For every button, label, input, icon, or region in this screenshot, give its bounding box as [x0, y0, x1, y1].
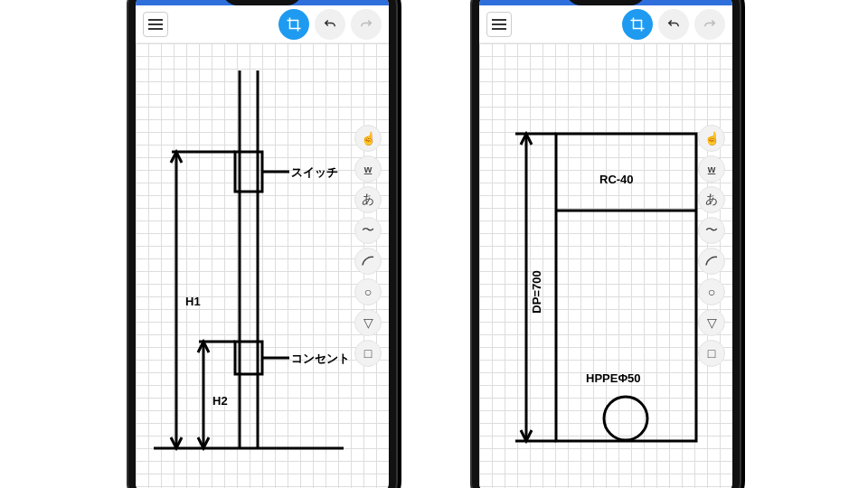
tool-pointer[interactable]: ☝	[698, 125, 725, 152]
label-rc40: RC-40	[599, 173, 634, 186]
arc-icon	[703, 253, 720, 269]
label-outlet: コンセント	[291, 352, 350, 365]
side-tools: ☝ w あ 〜 ○ ▽ □	[354, 125, 385, 488]
arc-icon	[360, 253, 376, 269]
tool-triangle[interactable]: ▽	[354, 309, 382, 336]
canvas-1[interactable]: スイッチ コンセント H1 H2 ☝	[136, 43, 389, 488]
drawing-1: スイッチ コンセント H1 H2	[136, 43, 389, 488]
redo-button[interactable]	[694, 9, 725, 40]
drawing-2: RC-40 DP=700 HPPEΦ50	[479, 43, 732, 488]
side-tools: ☝ w あ 〜 ○ ▽ □	[698, 125, 729, 488]
redo-icon	[702, 16, 718, 33]
menu-button[interactable]	[486, 12, 512, 37]
redo-icon	[358, 16, 374, 33]
phone-2: 9:56 ▣ ⎙ ⬇ … ⋯ ⊕ 95%	[470, 0, 741, 488]
tool-width[interactable]: w	[698, 155, 725, 183]
crop-button[interactable]	[278, 9, 309, 40]
phone-1: 9:56 ▣ ⎙ ⬇ … ⋯ ⊕ 95%	[127, 0, 398, 488]
menu-button[interactable]	[143, 12, 168, 37]
toolbar	[136, 5, 389, 43]
undo-button[interactable]	[315, 9, 345, 40]
notch	[565, 0, 646, 5]
crop-icon	[286, 16, 302, 33]
canvas-2[interactable]: RC-40 DP=700 HPPEΦ50 ☝ w あ 〜	[479, 43, 732, 488]
undo-button[interactable]	[658, 9, 689, 40]
tool-circle[interactable]: ○	[354, 278, 382, 305]
label-dp: DP=700	[530, 270, 543, 313]
screen-2: 9:56 ▣ ⎙ ⬇ … ⋯ ⊕ 95%	[479, 0, 732, 488]
tool-triangle[interactable]: ▽	[698, 309, 725, 336]
toolbar	[479, 5, 732, 43]
tool-wave[interactable]: 〜	[698, 217, 725, 244]
tool-width[interactable]: w	[354, 155, 382, 183]
tool-text[interactable]: あ	[698, 186, 725, 213]
label-h2: H2	[212, 394, 228, 408]
tool-circle[interactable]: ○	[698, 278, 725, 305]
crop-button[interactable]	[622, 9, 653, 40]
undo-icon	[322, 16, 338, 33]
tool-square[interactable]: □	[354, 340, 382, 367]
redo-button[interactable]	[351, 9, 382, 40]
tool-wave[interactable]: 〜	[354, 217, 382, 244]
tool-text[interactable]: あ	[354, 186, 382, 213]
undo-icon	[665, 16, 682, 33]
label-h1: H1	[185, 295, 201, 308]
tool-pointer[interactable]: ☝	[354, 125, 382, 152]
crop-icon	[629, 16, 646, 33]
tool-square[interactable]: □	[698, 340, 725, 367]
screen-1: 9:56 ▣ ⎙ ⬇ … ⋯ ⊕ 95%	[136, 0, 389, 488]
svg-point-16	[604, 397, 647, 440]
notch	[222, 0, 303, 5]
tool-arc[interactable]	[354, 248, 382, 275]
label-switch: スイッチ	[291, 165, 338, 179]
tool-arc[interactable]	[698, 248, 725, 275]
label-hppe: HPPEΦ50	[586, 371, 641, 385]
